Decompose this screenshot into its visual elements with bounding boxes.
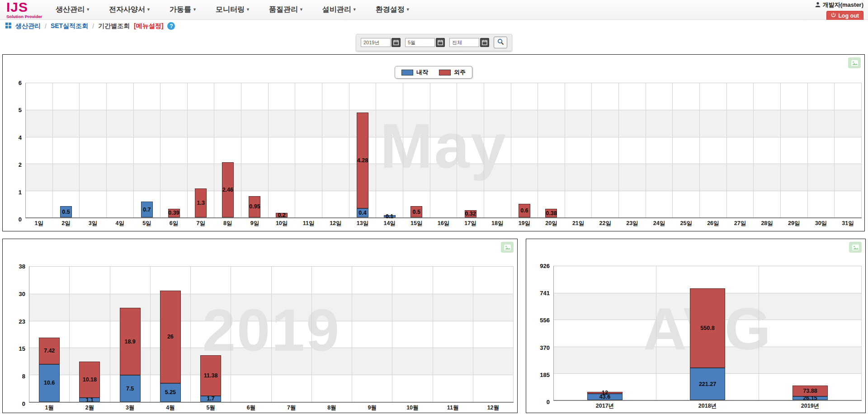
bar-segment-외주[interactable]: 0.39 — [168, 209, 180, 217]
menu-item-4[interactable]: 모니터링▼ — [216, 5, 250, 14]
x-axis-label: 6일 — [170, 220, 178, 227]
chart-column: 1.711.385월 — [191, 267, 231, 402]
bar-segment-외주[interactable]: 2.46 — [222, 162, 234, 217]
x-axis-label: 14일 — [383, 220, 395, 227]
calendar-button[interactable] — [392, 38, 401, 47]
bar-segment-내작[interactable]: 10.6 — [39, 364, 60, 402]
x-axis-label: 3월 — [126, 404, 134, 412]
chart-column: 0.44.2813일 — [349, 83, 377, 217]
bar-value-label: 0.2 — [278, 212, 285, 218]
export-image-icon — [852, 244, 859, 251]
bar-segment-외주[interactable]: 0.32 — [465, 210, 476, 217]
x-axis-label: 17일 — [464, 220, 476, 227]
export-image-button[interactable] — [501, 242, 514, 253]
export-image-button[interactable] — [849, 242, 862, 253]
bar-segment-외주[interactable]: 0.6 — [519, 204, 530, 217]
y-axis-label: 5 — [3, 107, 22, 113]
year-input[interactable] — [361, 38, 391, 47]
x-axis-label: 4일 — [116, 220, 124, 227]
bar-segment-외주[interactable]: 550.8 — [690, 288, 725, 368]
y-axis-label: 0 — [3, 216, 22, 223]
bar-segment-내작[interactable]: 0.5 — [60, 206, 72, 217]
bar-value-label: 10.18 — [83, 376, 97, 383]
bar-segment-내작[interactable]: 1.7 — [200, 396, 221, 402]
calendar-button[interactable] — [480, 38, 489, 47]
columns: 43.6122017년221.27550.82018년26.1573.88201… — [554, 266, 862, 400]
bar-segment-외주[interactable]: 26 — [160, 291, 181, 383]
bar-segment-내작[interactable]: 1.1 — [79, 398, 100, 402]
menu-item-2[interactable]: 전자사양서▼ — [109, 5, 151, 14]
bar-segment-내작[interactable]: 221.27 — [690, 368, 725, 400]
search-button[interactable] — [494, 37, 507, 48]
bar-segment-외주[interactable]: 0.2 — [276, 213, 288, 217]
breadcrumb-separator: / — [92, 23, 94, 30]
x-axis-label: 2017년 — [596, 402, 614, 410]
logo-subtitle: Solution Provider — [6, 14, 42, 19]
bar-segment-외주[interactable]: 12 — [587, 392, 623, 394]
x-axis-label: 30일 — [815, 220, 827, 227]
bar-segment-내작[interactable]: 0.1 — [384, 215, 396, 217]
x-axis-label: 1월 — [45, 404, 53, 412]
bar-segment-외주[interactable]: 0.95 — [249, 196, 260, 217]
breadcrumb-item-2[interactable]: SET실적조회 — [51, 22, 88, 30]
bar-segment-외주[interactable]: 10.18 — [79, 362, 100, 398]
x-axis-label: 1일 — [35, 220, 43, 227]
menu-item-5[interactable]: 품질관리▼ — [269, 5, 303, 14]
menu-item-label: 설비관리 — [322, 5, 351, 13]
columns: 1일0.52일3일4일0.75일0.396일1.37일2.468일0.959일0… — [26, 83, 862, 217]
app-logo[interactable]: IJS Solution Provider — [6, 0, 42, 19]
y-axis-label: 38 — [3, 263, 25, 270]
export-image-icon — [851, 60, 859, 66]
x-axis-label: 10월 — [406, 404, 418, 412]
calendar-button[interactable] — [436, 38, 445, 47]
day-input[interactable] — [449, 38, 479, 47]
bar-segment-내작[interactable]: 26.15 — [793, 396, 828, 400]
legend-item-1: 내작 — [401, 68, 428, 76]
export-image-button[interactable] — [848, 57, 861, 68]
menu-item-label: 가동률 — [170, 5, 191, 13]
bar-segment-외주[interactable]: 18.9 — [120, 308, 141, 375]
x-axis-label: 4월 — [166, 404, 175, 412]
chart-column: 10.67.421월 — [29, 267, 70, 402]
breadcrumb-item-3: 기간별조회 — [98, 22, 130, 30]
menu-setting-link[interactable]: [메뉴설정] — [134, 22, 163, 30]
bar-value-label: 2.46 — [222, 187, 233, 193]
menu-item-1[interactable]: 생산관리▼ — [56, 5, 90, 14]
bar-segment-외주[interactable]: 1.3 — [195, 188, 207, 217]
chart-column: 0.3820일 — [538, 83, 565, 217]
caret-down-icon: ▼ — [406, 7, 410, 12]
menu-item-6[interactable]: 설비관리▼ — [322, 5, 357, 14]
bar-segment-외주[interactable]: 0.38 — [545, 209, 557, 217]
bar-segment-내작[interactable]: 5.25 — [160, 383, 181, 402]
chart-panel-daily: May1일0.52일3일4일0.75일0.396일1.37일2.468일0.95… — [2, 54, 865, 231]
y-axis-label: 2 — [3, 161, 22, 168]
x-axis-label: 2019년 — [801, 402, 819, 410]
breadcrumb-separator: / — [45, 23, 47, 30]
y-axis-label: 4 — [3, 134, 22, 141]
bar-segment-내작[interactable]: 7.5 — [120, 375, 141, 402]
bar-segment-내작[interactable]: 0.4 — [357, 208, 368, 217]
x-axis-label: 11월 — [447, 404, 459, 412]
bar-value-label: 5.25 — [165, 389, 176, 395]
bar-segment-외주[interactable]: 4.28 — [357, 113, 368, 208]
menu-item-7[interactable]: 환경설정▼ — [376, 5, 410, 14]
month-input[interactable] — [405, 38, 435, 47]
bar-segment-외주[interactable]: 0.5 — [410, 206, 422, 217]
breadcrumb-items: 생산관리/SET실적조회/기간별조회 — [15, 22, 130, 30]
grid-icon — [5, 23, 11, 30]
bar-value-label: 0.95 — [249, 203, 260, 210]
menu-item-3[interactable]: 가동률▼ — [170, 5, 197, 14]
chart-column: 11월 — [433, 267, 473, 402]
bar-segment-외주[interactable]: 11.38 — [200, 355, 221, 396]
y-axis-label: 6 — [3, 80, 22, 86]
logo-title: IJS — [6, 0, 42, 14]
help-icon[interactable]: ? — [167, 22, 175, 30]
breadcrumb-item-1[interactable]: 생산관리 — [15, 22, 41, 30]
period-field-month — [405, 38, 445, 47]
bar-segment-외주[interactable]: 7.42 — [39, 338, 60, 364]
y-axis-label: 23 — [3, 318, 25, 325]
chart-column: 0.959일 — [241, 83, 269, 217]
bar-segment-외주[interactable]: 73.88 — [793, 386, 828, 396]
chart-column: 25일 — [673, 83, 700, 217]
bar-segment-내작[interactable]: 0.7 — [141, 202, 153, 217]
